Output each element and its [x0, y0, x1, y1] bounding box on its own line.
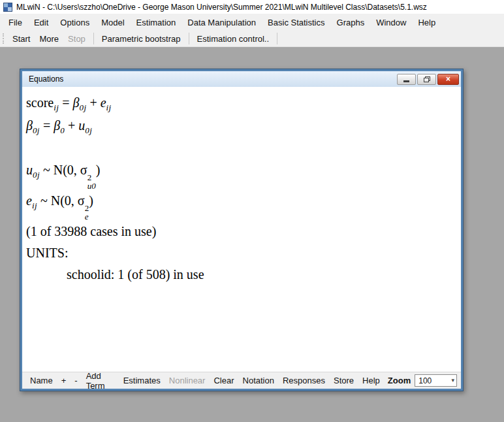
footer-button-minus[interactable]: -	[71, 374, 81, 387]
eq-token: )	[96, 163, 101, 177]
menu-data-manipulation[interactable]: Data Manipulation	[181, 16, 262, 29]
stop-button: Stop	[63, 32, 90, 46]
toolbar-separator	[93, 33, 94, 44]
equation-line[interactable]: (1 of 33988 cases in use)	[26, 221, 454, 242]
equations-content: scoreij = β0j + eijβ0j = β0 + u0j u0j ~ …	[22, 87, 461, 372]
equations-window-title: Equations	[29, 74, 397, 84]
eq-token: ij	[54, 103, 59, 112]
footer-button-responses[interactable]: Responses	[279, 374, 329, 387]
eq-token: ~ N(0, σ	[37, 193, 85, 208]
app-titlebar: MLwiN - C:\Users\szzho\OneDrive - George…	[0, 0, 504, 14]
restore-button[interactable]	[417, 74, 436, 85]
footer-button-notation[interactable]: Notation	[239, 374, 278, 387]
eq-token: 0j	[33, 125, 40, 135]
eq-token: u	[26, 163, 33, 177]
eq-token: 0j	[85, 125, 92, 135]
eq-token: schoolid: 1 (of 508) in use	[67, 267, 204, 282]
eq-token: 2u0	[87, 173, 96, 190]
equations-footer: Name+-Add TermEstimatesNonlinearClearNot…	[22, 372, 461, 389]
menubar: File Edit Options Model Estimation Data …	[0, 14, 504, 31]
menu-graphs[interactable]: Graphs	[331, 16, 371, 29]
equations-footer-buttons: Name+-Add TermEstimatesNonlinearClearNot…	[26, 370, 384, 392]
footer-button-estimates[interactable]: Estimates	[119, 374, 165, 387]
eq-token: =	[59, 95, 72, 110]
toolbar-separator	[277, 33, 277, 44]
footer-button-store[interactable]: Store	[330, 374, 358, 387]
equation-line[interactable]	[26, 138, 454, 159]
equation-line[interactable]: schoolid: 1 (of 508) in use	[26, 264, 454, 285]
eq-token: (1 of 33988 cases in use)	[26, 224, 156, 238]
footer-button-add-term[interactable]: Add Term	[82, 370, 119, 392]
estimation-control-button[interactable]: Estimation control..	[193, 32, 274, 46]
zoom-label: Zoom	[385, 376, 414, 385]
eq-token: +	[86, 95, 100, 110]
eq-token: score	[26, 95, 54, 110]
toolbar-grip	[3, 33, 5, 44]
menu-help[interactable]: Help	[412, 16, 441, 29]
equation-line[interactable]: β0j = β0 + u0j	[26, 115, 454, 138]
restore-icon	[424, 76, 430, 82]
window-controls: ×	[397, 74, 459, 85]
footer-button-nonlinear: Nonlinear	[165, 374, 210, 387]
start-button[interactable]: Start	[8, 32, 35, 46]
footer-button-help[interactable]: Help	[358, 374, 384, 387]
eq-token: 0j	[79, 103, 86, 112]
eq-token: ij	[32, 201, 37, 210]
chevron-down-icon: ▾	[451, 377, 454, 383]
menu-edit[interactable]: Edit	[28, 16, 54, 29]
zoom-select[interactable]: 100 ▾	[415, 374, 457, 387]
eq-token: β	[73, 95, 80, 110]
menu-window[interactable]: Window	[370, 16, 412, 29]
app-title: MLwiN - C:\Users\szzho\OneDrive - George…	[16, 3, 427, 12]
mdi-client-area: Equations × scoreij = β0j + eijβ0j = β0 …	[0, 47, 504, 422]
menu-file[interactable]: File	[3, 16, 28, 29]
equation-line[interactable]: scoreij = β0j + eij	[26, 92, 454, 115]
eq-token: u	[78, 118, 85, 133]
eq-token: ~ N(0, σ	[40, 163, 87, 177]
eq-token: 0j	[33, 170, 40, 180]
parametric-bootstrap-button[interactable]: Parametric bootstrap	[97, 32, 185, 46]
zoom-value: 100	[418, 376, 432, 385]
equation-line[interactable]: UNITS:	[26, 242, 454, 264]
minimize-button[interactable]	[397, 74, 416, 85]
eq-token: e	[101, 95, 106, 110]
footer-button-clear[interactable]: Clear	[210, 374, 238, 387]
more-button[interactable]: More	[35, 32, 63, 46]
eq-token: =	[40, 118, 54, 133]
toolbar-separator	[189, 33, 189, 44]
eq-token: +	[65, 118, 78, 133]
mlwin-app-icon	[3, 3, 12, 12]
eq-token: β	[54, 118, 60, 133]
eq-token: ij	[106, 103, 112, 112]
menu-estimation[interactable]: Estimation	[131, 16, 182, 29]
equation-line[interactable]: eij ~ N(0, σ2e)	[26, 190, 454, 221]
minimize-icon	[403, 80, 409, 82]
footer-button-name[interactable]: Name	[26, 374, 57, 387]
eq-token: β	[26, 118, 33, 133]
close-button[interactable]: ×	[437, 74, 459, 85]
main-toolbar: Start More Stop Parametric bootstrap Est…	[0, 31, 504, 47]
close-icon: ×	[446, 75, 450, 83]
eq-token: UNITS:	[26, 246, 68, 260]
equations-window-titlebar[interactable]: Equations ×	[22, 71, 461, 87]
equation-line[interactable]: u0j ~ N(0, σ2u0)	[26, 159, 454, 190]
menu-options[interactable]: Options	[54, 16, 95, 29]
menu-model[interactable]: Model	[95, 16, 130, 29]
equations-window: Equations × scoreij = β0j + eijβ0j = β0 …	[20, 69, 464, 391]
eq-token: e	[26, 193, 32, 208]
eq-token: )	[89, 193, 93, 208]
eq-token: 0	[60, 125, 65, 135]
menu-basic-statistics[interactable]: Basic Statistics	[262, 16, 330, 29]
footer-button-plus[interactable]: +	[57, 374, 71, 387]
